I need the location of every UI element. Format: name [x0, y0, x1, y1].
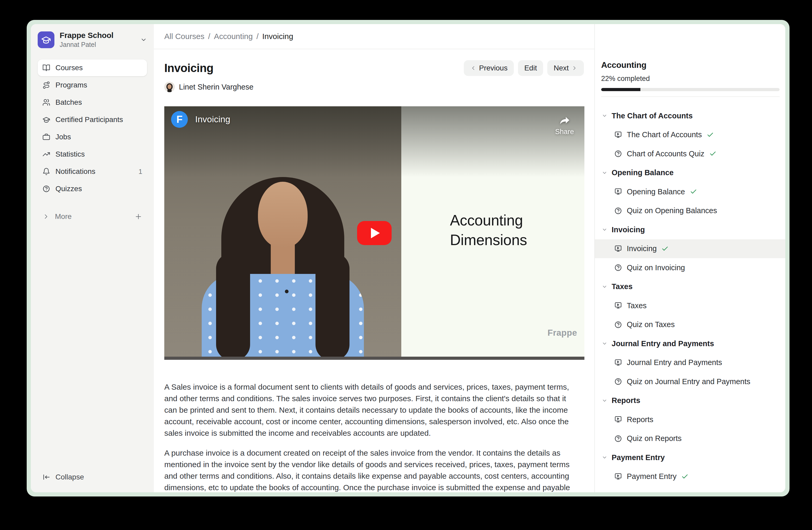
outline-section-reports[interactable]: Reports [595, 391, 785, 410]
outline-item-quiz-on-taxes[interactable]: Quiz on Taxes [595, 315, 785, 334]
outline-item-payment-entry[interactable]: Payment Entry [595, 467, 785, 486]
chevron-down-icon [602, 170, 607, 176]
sidebar-nav: Courses Programs Batches Certified Parti… [38, 59, 147, 197]
outline-item-reports[interactable]: Reports [595, 410, 785, 429]
presenter-hair-strand [216, 253, 250, 360]
video-lesson-icon [614, 416, 622, 423]
sidebar-item-label: Certified Participants [56, 115, 142, 124]
outline-section-opening-balance[interactable]: Opening Balance [595, 163, 785, 182]
sidebar-item-label: Batches [56, 98, 142, 107]
outline-item-label: Quiz on Journal Entry and Payments [627, 377, 750, 386]
presenter-mic [285, 290, 289, 293]
edit-button[interactable]: Edit [518, 60, 543, 76]
outline-section-label: Reports [612, 396, 640, 405]
outline-item-label: Journal Entry and Payments [627, 358, 722, 367]
graduation-cap-icon [41, 35, 51, 45]
play-button[interactable] [357, 221, 392, 245]
outline-item-taxes[interactable]: Taxes [595, 296, 785, 315]
chevron-down-icon [602, 341, 607, 346]
outline-item-quiz-on-invoicing[interactable]: Quiz on Invoicing [595, 258, 785, 277]
outline-item-the-chart-of-accounts[interactable]: The Chart of Accounts [595, 125, 785, 144]
add-button[interactable] [134, 213, 142, 221]
play-icon [371, 228, 380, 238]
sidebar-item-statistics[interactable]: Statistics [38, 146, 147, 163]
chevron-right-icon [42, 213, 50, 220]
completed-check-icon [681, 473, 688, 480]
course-outline-panel: Accounting 22% completed The Chart of Ac… [595, 24, 785, 492]
sidebar-more[interactable]: More [38, 208, 147, 225]
outline-item-quiz-on-opening-balances[interactable]: Quiz on Opening Balances [595, 201, 785, 221]
edit-label: Edit [524, 64, 537, 72]
users-icon [42, 98, 50, 106]
quiz-icon [614, 264, 622, 271]
avatar [164, 82, 175, 92]
outline-item-chart-of-accounts-quiz[interactable]: Chart of Accounts Quiz [595, 144, 785, 163]
outline-item-opening-balance[interactable]: Opening Balance [595, 182, 785, 201]
workspace-switcher[interactable]: Frappe School Jannat Patel [31, 24, 154, 48]
breadcrumb-separator: / [208, 32, 210, 41]
outline-section-payment-entry[interactable]: Payment Entry [595, 448, 785, 467]
progress-label: 22% completed [601, 75, 780, 83]
completed-check-icon [707, 131, 714, 139]
sidebar-item-courses[interactable]: Courses [38, 59, 147, 76]
outline-section-taxes[interactable]: Taxes [595, 277, 785, 296]
next-label: Next [553, 64, 569, 72]
lesson-actions: Previous Edit Next [464, 60, 584, 76]
breadcrumb-current: Invoicing [262, 32, 293, 41]
next-button[interactable]: Next [547, 60, 584, 76]
quiz-icon [614, 435, 622, 443]
video-player[interactable]: Accounting Dimensions Frappe F Invoicing… [164, 106, 584, 360]
outline-item-journal-entry-and-payments[interactable]: Journal Entry and Payments [595, 353, 785, 372]
user-name: Jannat Patel [60, 41, 135, 48]
slide-title-line1: Accounting [450, 211, 527, 230]
outline-item-label: Invoicing [627, 244, 657, 253]
main-content: All Courses / Accounting / Invoicing Inv… [154, 24, 595, 492]
bell-icon [42, 168, 50, 176]
video-progress-bar[interactable] [164, 357, 584, 360]
outline-item-label: Opening Balance [627, 187, 685, 196]
chevron-down-icon [602, 284, 607, 290]
app-window: Frappe School Jannat Patel Courses Progr… [31, 24, 785, 492]
sidebar-item-programs[interactable]: Programs [38, 77, 147, 94]
sidebar-item-batches[interactable]: Batches [38, 94, 147, 111]
author-name: Linet Sherin Varghese [179, 83, 253, 92]
frappe-watermark: Frappe [548, 328, 577, 338]
outline-item-quiz-on-journal-entry-and-payments[interactable]: Quiz on Journal Entry and Payments [595, 372, 785, 391]
sidebar-item-label: Notifications [56, 167, 133, 176]
outline-item-quiz-on-reports[interactable]: Quiz on Reports [595, 429, 785, 448]
sidebar-item-jobs[interactable]: Jobs [38, 128, 147, 145]
sidebar-item-quizzes[interactable]: Quizzes [38, 180, 147, 197]
completed-check-icon [690, 188, 697, 195]
lesson-paragraph: A Sales invoice is a formal document sen… [164, 381, 578, 439]
grad-cap-icon [42, 116, 50, 124]
share-icon [559, 115, 570, 127]
chevron-down-icon [140, 37, 147, 43]
quiz-icon [614, 150, 622, 158]
presenter-face [258, 182, 308, 248]
outline-section-invoicing[interactable]: Invoicing [595, 220, 785, 239]
quiz-icon [614, 378, 622, 386]
share-button[interactable]: Share [555, 115, 574, 136]
sidebar-item-label: Courses [56, 64, 142, 72]
breadcrumb-accounting[interactable]: Accounting [214, 32, 253, 41]
outline-item-label: Taxes [627, 302, 647, 310]
previous-button[interactable]: Previous [464, 60, 514, 76]
outline-item-invoicing[interactable]: Invoicing [595, 239, 785, 259]
outline-section-journal-entry-and-payments[interactable]: Journal Entry and Payments [595, 334, 785, 353]
video-channel-logo[interactable]: F [171, 111, 188, 128]
divider [601, 96, 780, 97]
breadcrumb-all-courses[interactable]: All Courses [164, 32, 204, 41]
sidebar-item-certified-participants[interactable]: Certified Participants [38, 111, 147, 128]
completed-check-icon [709, 150, 716, 157]
outline-item-label: Quiz on Taxes [627, 320, 675, 329]
book-open-icon [42, 64, 50, 72]
video-title[interactable]: Invoicing [195, 114, 230, 124]
video-lesson-icon [614, 473, 622, 480]
outline-section-the-chart-of-accounts[interactable]: The Chart of Accounts [595, 106, 785, 125]
video-lesson-icon [614, 188, 622, 196]
collapse-button[interactable]: Collapse [38, 469, 147, 486]
progress-bar-fill [601, 88, 640, 91]
outline-section-label: Payment Entry [612, 453, 665, 462]
chevron-down-icon [602, 398, 607, 404]
sidebar-item-notifications[interactable]: Notifications 1 [38, 163, 147, 180]
